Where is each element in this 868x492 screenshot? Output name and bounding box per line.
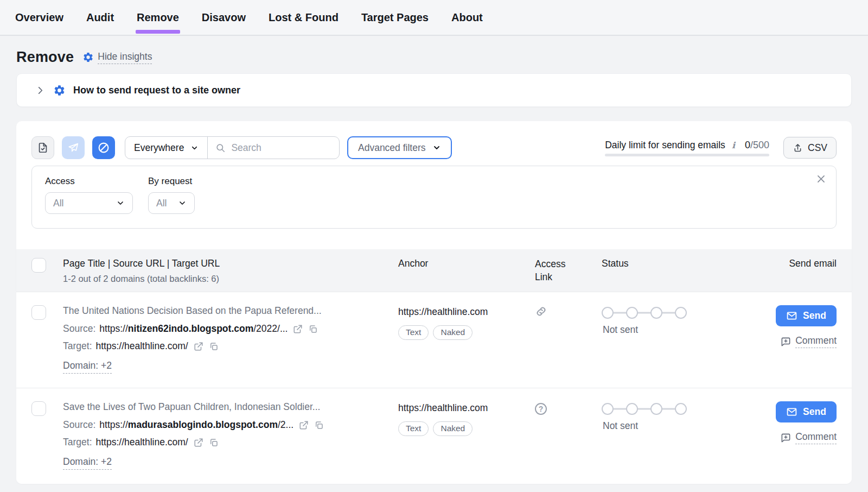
column-header-page: Page Title | Source URL | Target URL [63,258,398,269]
block-icon [97,141,110,154]
row-checkbox[interactable] [31,305,46,320]
copy-icon[interactable] [314,420,324,430]
source-url: https://nitizen62indo.blogspot.com/2022/… [99,323,288,335]
export-report-button[interactable] [31,136,54,159]
upload-icon [793,143,803,153]
chevron-down-icon [116,199,125,207]
status-stepper [602,306,687,319]
daily-limit-label: Daily limit for sending emails [605,140,725,151]
link-icon [535,305,602,318]
external-link-icon[interactable] [194,438,203,447]
by-request-filter: By request All [148,176,195,228]
remove-list-card: Everywhere Advanced filters [16,121,852,484]
column-header-anchor: Anchor [398,258,535,284]
backlink-page-title: Save the Lives of Two Papuan Children, I… [63,401,398,413]
target-url: https://healthline.com/ [96,437,188,448]
tab-disavow[interactable]: Disavow [202,0,246,35]
csv-label: CSV [808,142,827,154]
access-filter-value: All [53,198,63,209]
advanced-filters-label: Advanced filters [358,142,426,154]
envelope-icon [786,310,797,321]
by-request-filter-label: By request [148,176,195,187]
daily-limit-used: 0 [745,140,750,150]
chevron-right-icon[interactable] [36,86,44,94]
chevron-down-icon [178,199,187,207]
info-icon[interactable]: i [731,140,736,150]
tab-overview[interactable]: Overview [15,0,63,35]
anchor-tag-badge: Text [398,421,429,436]
copy-icon[interactable] [209,438,219,447]
envelope-icon [786,406,797,418]
row-checkbox[interactable] [31,401,46,416]
hide-insights-link[interactable]: Hide insights [82,51,152,64]
send-button[interactable]: Send [776,401,837,422]
page-title: Remove [16,49,74,66]
send-button[interactable]: Send [776,305,837,326]
search-icon [215,143,226,153]
tab-about[interactable]: About [451,0,483,35]
external-link-icon[interactable] [293,324,303,334]
chevron-down-icon [432,143,441,152]
select-all-checkbox[interactable] [31,258,46,273]
scope-dropdown[interactable]: Everywhere [125,137,208,159]
tab-target-pages[interactable]: Target Pages [361,0,429,35]
column-header-status: Status [602,258,762,284]
external-link-icon[interactable] [194,342,203,351]
table-header: Page Title | Source URL | Target URL 1-2… [16,249,852,292]
comment-plus-icon [781,433,791,443]
daily-limit-total: /500 [750,140,769,150]
copy-icon[interactable] [209,342,219,351]
comment-label: Comment [795,335,837,348]
access-filter-dropdown[interactable]: All [45,192,133,214]
advanced-filters-button[interactable]: Advanced filters [347,136,452,159]
anchor-tag-badge: Naked [433,421,473,436]
top-navigation: Overview Audit Remove Disavow Lost & Fou… [0,0,868,36]
how-to-send-request-banner[interactable]: How to send request to a site owner [16,73,852,107]
target-label: Target: [63,340,92,352]
daily-limit-progressbar [605,154,769,156]
status-stepper [602,402,687,415]
by-request-filter-dropdown[interactable]: All [148,192,195,214]
source-label: Source: [63,323,95,335]
target-label: Target: [63,437,92,448]
scope-value: Everywhere [134,142,184,154]
close-icon[interactable] [816,174,826,184]
export-csv-button[interactable]: CSV [783,137,837,159]
comment-label: Comment [795,431,837,444]
backlink-page-title: The United Nations Decision Based on the… [63,305,398,317]
anchor-tag-badge: Text [398,325,429,340]
send-emails-button[interactable] [62,136,85,159]
column-header-send-email: Send email [762,258,837,284]
gear-icon [82,52,94,63]
table-row: The United Nations Decision Based on the… [16,292,852,388]
comment-plus-icon [781,337,791,347]
banner-label: How to send request to a site owner [73,85,240,96]
status-text: Not sent [603,420,762,432]
comment-link[interactable]: Comment [781,335,837,348]
search-box [208,142,339,154]
gear-icon [53,84,66,97]
domain-expand-link[interactable]: Domain: +2 [63,360,112,374]
by-request-filter-value: All [156,198,167,209]
tab-lost-and-found[interactable]: Lost & Found [269,0,339,35]
document-check-icon [37,142,49,154]
search-input[interactable] [231,142,331,154]
tab-audit[interactable]: Audit [86,0,114,35]
access-filter: Access All [45,176,133,228]
tab-remove[interactable]: Remove [137,0,179,35]
external-link-icon[interactable] [299,420,309,430]
anchor-tag-badge: Naked [433,325,473,340]
copy-icon[interactable] [308,324,318,334]
comment-link[interactable]: Comment [781,431,837,444]
status-text: Not sent [603,324,762,336]
send-label: Send [803,310,826,321]
table-row: Save the Lives of Two Papuan Children, I… [16,388,852,484]
source-label: Source: [63,419,95,431]
section-header: Remove Hide insights [16,49,852,66]
daily-limit: Daily limit for sending emails i 0/500 [605,140,769,156]
domain-expand-link[interactable]: Domain: +2 [63,456,112,470]
filter-panel: Access All By request All [31,166,837,229]
target-url: https://healthline.com/ [96,340,188,352]
column-header-access-link: Access Link [535,258,574,284]
block-button[interactable] [92,136,115,159]
